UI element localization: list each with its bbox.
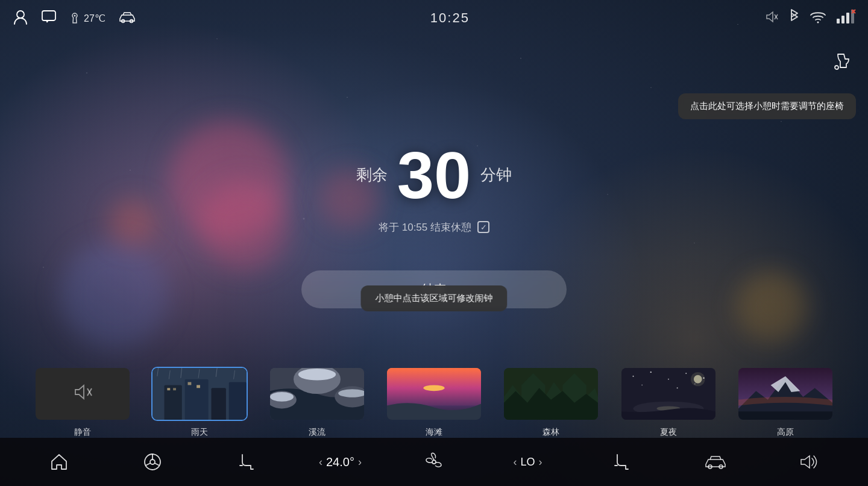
svg-rect-20 [212,388,226,420]
thumb-inner-forest [504,368,598,420]
sound-label-highland: 高原 [777,427,794,438]
timer-section: 剩余 30 分钟 [356,142,512,208]
sound-item-forest[interactable]: 森林 [492,367,609,438]
thumb-inner-highland [738,368,832,420]
nav-volume[interactable] [763,453,857,470]
svg-rect-8 [837,19,840,23]
nav-seat2[interactable] [574,452,668,472]
svg-point-60 [150,460,155,464]
svg-rect-1 [42,11,55,20]
svg-line-62 [146,463,151,466]
temp-right-arrow[interactable]: › [358,456,362,469]
sound-label-mute: 静音 [74,427,91,438]
timer-prefix: 剩余 [356,164,388,185]
end-time-row[interactable]: 将于 10:55 结束休憩 [379,220,489,234]
sound-bar: 静音 [0,367,868,438]
thumb-inner-beach [387,368,481,420]
svg-line-63 [155,463,160,466]
nav-lo-control[interactable]: ‹ LO › [481,456,575,469]
nav-seat[interactable] [200,452,294,472]
sound-thumb-night [620,367,717,421]
status-right [763,9,856,28]
temp-value: 24.0° [326,455,354,469]
weather-temp: 27℃ [69,12,105,24]
lo-right-arrow[interactable]: › [539,456,542,469]
svg-rect-25 [197,385,201,388]
checkbox-icon [477,221,489,233]
seat-tooltip[interactable]: 点击此处可选择小憩时需要调节的座椅 [678,93,856,119]
nav-temp-control[interactable]: ‹ 24.0° › [294,455,388,469]
nav-home[interactable] [12,453,106,471]
profile-icon[interactable] [12,8,29,28]
nav-steering-wheel[interactable] [106,452,200,472]
sound-thumb-forest [503,367,599,421]
svg-rect-9 [841,16,844,23]
end-time-text: 将于 10:55 结束休憩 [379,220,471,234]
message-icon[interactable] [41,9,57,28]
svg-point-64 [432,460,436,464]
sound-item-mute[interactable]: 静音 [24,367,141,438]
sound-thumb-mute [34,367,131,421]
svg-rect-58 [738,411,832,420]
thumb-inner-stream [270,368,364,420]
sound-item-highland[interactable]: 高原 [727,367,844,438]
sound-thumb-rain [151,367,248,421]
timer-suffix: 分钟 [480,164,512,185]
svg-point-14 [835,66,838,69]
wifi-icon[interactable] [810,10,826,26]
sound-item-stream[interactable]: 溪流 [259,367,376,438]
svg-rect-24 [188,382,192,385]
timer-value: 30 [397,142,471,208]
thumb-inner-rain [153,368,247,420]
lo-left-arrow[interactable]: ‹ [514,456,517,469]
bluetooth-icon[interactable] [788,9,800,28]
sound-item-beach[interactable]: 海滩 [376,367,492,438]
sound-thumb-highland [737,367,834,421]
bottom-nav: ‹ 24.0° › ‹ LO › [0,438,868,486]
svg-point-7 [817,21,819,23]
sound-label-forest: 森林 [542,427,559,438]
nav-car2[interactable] [668,453,763,470]
svg-point-50 [641,385,643,386]
svg-point-47 [668,379,669,380]
svg-rect-23 [174,388,177,390]
signal-icon[interactable] [835,9,856,28]
sound-label-night: 夏夜 [660,427,677,438]
sound-label-rain: 雨天 [191,427,208,438]
temp-left-arrow[interactable]: ‹ [319,456,322,469]
nav-fan[interactable] [387,452,481,472]
mute-thumb-icon [72,381,93,407]
svg-point-45 [632,376,634,377]
lo-value: LO [521,456,535,469]
clock: 10:25 [430,10,470,26]
sound-label-beach: 海滩 [426,427,442,438]
status-bar: 27℃ 10:25 [0,0,868,36]
sound-item-rain[interactable]: 雨天 [141,367,258,438]
temperature-label: 27℃ [84,13,105,24]
svg-point-51 [676,387,678,388]
car-icon[interactable] [118,10,137,26]
sound-item-night[interactable]: 夏夜 [609,367,726,438]
svg-point-0 [17,11,24,18]
svg-point-48 [685,373,687,374]
svg-point-36 [270,392,294,402]
status-left: 27℃ [12,8,137,28]
svg-rect-22 [168,388,171,390]
svg-point-54 [693,375,702,384]
alarm-tooltip-text: 小憩中点击该区域可修改闹钟 [376,293,493,303]
svg-point-38 [298,369,336,381]
svg-rect-10 [846,13,849,23]
seat-tooltip-text: 点击此处可选择小憩时需要调节的座椅 [690,101,844,111]
sound-thumb-stream [269,367,365,421]
svg-point-46 [650,372,651,373]
sound-thumb-beach [386,367,482,421]
svg-point-41 [423,385,444,391]
thumb-inner-night [621,368,715,420]
sound-label-stream: 溪流 [309,427,326,438]
alarm-tooltip[interactable]: 小憩中点击该区域可修改闹钟 [361,285,508,311]
svg-rect-21 [229,382,247,420]
seat-select-button[interactable] [829,48,856,75]
mute-icon[interactable] [763,9,779,28]
svg-point-2 [74,15,76,17]
thumb-inner [36,368,130,420]
